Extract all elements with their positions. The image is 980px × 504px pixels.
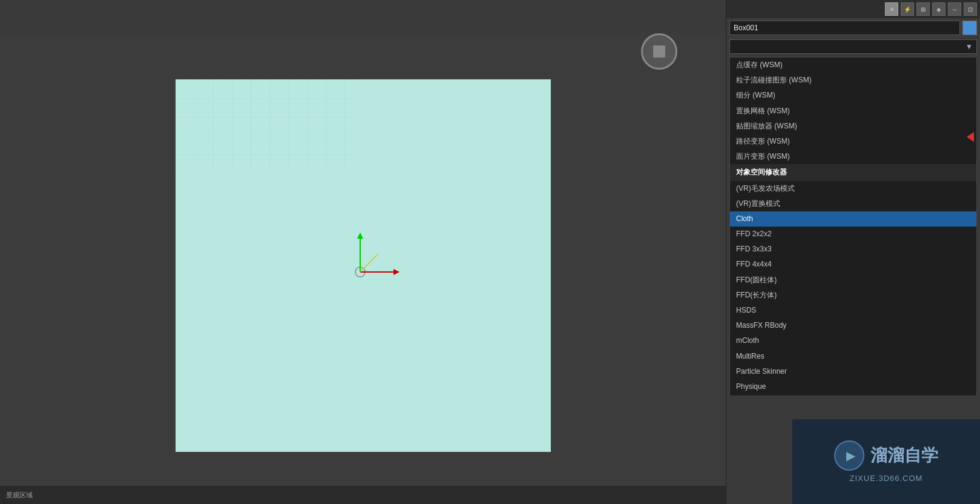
grid-svg: [176, 79, 357, 170]
modifier-list-item[interactable]: HSDS: [730, 303, 976, 318]
svg-line-6: [360, 254, 378, 272]
svg-rect-0: [176, 79, 357, 170]
watermark-url: ZIXUE.3D66.COM: [850, 474, 923, 483]
right-panel: ☀ ⚡ ⊞ ◈ ↔ ⊡ ▼ 点缓存 (WSM)粒子流碰撞图形 (WSM)细分 (…: [726, 0, 980, 504]
modifier-list[interactable]: 点缓存 (WSM)粒子流碰撞图形 (WSM)细分 (WSM)置换网格 (WSM)…: [729, 57, 977, 396]
viewport-area: [0, 33, 726, 486]
stop-icon: [653, 45, 665, 58]
modifier-dropdown-row: ▼: [726, 38, 980, 56]
panel-icons-row: ☀ ⚡ ⊞ ◈ ↔ ⊡: [726, 0, 980, 18]
modifier-list-item[interactable]: Physique: [730, 379, 976, 394]
modifier-list-item[interactable]: (VR)置换模式: [730, 196, 976, 211]
watermark-logo: ▶ 溜溜自学: [834, 440, 938, 471]
modifier-list-item[interactable]: FFD(长方体): [730, 288, 976, 303]
viewport-grid: [176, 79, 551, 452]
svg-marker-5: [393, 269, 400, 275]
modifier-list-item[interactable]: 点缓存 (WSM): [730, 58, 976, 73]
modifier-list-item[interactable]: 细分 (WSM): [730, 88, 976, 103]
watermark: ▶ 溜溜自学 ZIXUE.3D66.COM: [792, 419, 980, 504]
arrow-indicator: [967, 132, 974, 142]
modifier-list-item[interactable]: ProOptimizer: [730, 394, 976, 396]
object-color-swatch[interactable]: [962, 21, 977, 35]
status-bar: 景观区域: [0, 486, 726, 504]
modifier-list-item[interactable]: 粒子流碰撞图形 (WSM): [730, 73, 976, 88]
modifier-list-item[interactable]: FFD 4x4x4: [730, 257, 976, 272]
panel-icon-4[interactable]: ◈: [932, 2, 945, 16]
modifier-list-item[interactable]: 贴图缩放器 (WSM): [730, 119, 976, 134]
modifier-list-item[interactable]: FFD(圆柱体): [730, 273, 976, 288]
watermark-play-icon: ▶: [834, 440, 864, 471]
modifier-list-item[interactable]: Particle Skinner: [730, 364, 976, 379]
chevron-down-icon: ▼: [965, 42, 973, 51]
svg-marker-3: [357, 233, 363, 239]
modifier-list-item[interactable]: mCloth: [730, 333, 976, 348]
object-name-input[interactable]: [729, 21, 960, 35]
watermark-name: 溜溜自学: [870, 444, 938, 467]
modifier-list-item[interactable]: 面片变形 (WSM): [730, 149, 976, 164]
panel-icon-1[interactable]: ☀: [885, 2, 898, 16]
status-text: 景观区域: [6, 491, 33, 500]
circle-button[interactable]: [641, 33, 677, 70]
panel-icon-6[interactable]: ⊡: [964, 2, 977, 16]
panel-icon-2[interactable]: ⚡: [901, 2, 914, 16]
modifier-list-item[interactable]: MultiRes: [730, 349, 976, 364]
transform-gizmo: [327, 230, 400, 302]
modifier-list-item[interactable]: 置换网格 (WSM): [730, 104, 976, 119]
modifier-list-item[interactable]: 对象空间修改器: [730, 164, 976, 181]
panel-icon-3[interactable]: ⊞: [916, 2, 930, 16]
modifier-list-item[interactable]: 路径变形 (WSM): [730, 134, 976, 149]
object-name-row: [726, 18, 980, 38]
play-icon: ▶: [846, 448, 855, 463]
panel-icon-5[interactable]: ↔: [948, 2, 961, 16]
modifier-list-item[interactable]: (VR)毛发农场模式: [730, 181, 976, 196]
modifier-list-item[interactable]: Cloth: [730, 211, 976, 227]
modifier-list-item[interactable]: FFD 3x3x3: [730, 242, 976, 257]
gizmo-svg: [327, 230, 400, 302]
modifier-dropdown[interactable]: ▼: [729, 39, 977, 54]
modifier-list-item[interactable]: FFD 2x2x2: [730, 227, 976, 242]
modifier-list-item[interactable]: MassFX RBody: [730, 318, 976, 333]
